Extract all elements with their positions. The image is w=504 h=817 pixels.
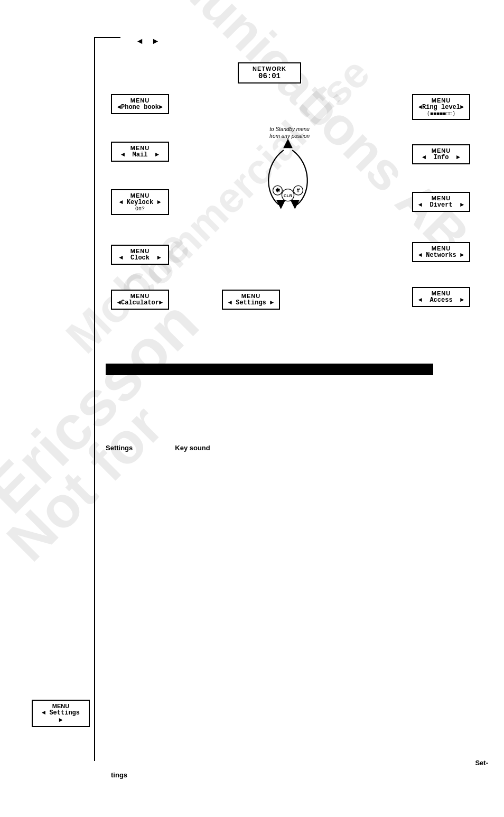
mail-label: MENU bbox=[116, 145, 164, 151]
settings-label-tings: tings bbox=[111, 771, 127, 779]
settings-row: Settings Key sound bbox=[106, 444, 504, 452]
settings-label-right: Set- bbox=[475, 759, 488, 767]
time-display: 06:01 bbox=[245, 72, 294, 80]
networks-box: MENU ◄ Networks ► bbox=[412, 242, 470, 262]
svg-marker-2 bbox=[290, 200, 300, 209]
svg-text:✱: ✱ bbox=[275, 187, 281, 193]
access-content: ◄ Access ► bbox=[417, 296, 465, 304]
divider-bar bbox=[106, 364, 433, 375]
ring-level-box: MENU ◄Ring level► (■■■■■□□) bbox=[412, 94, 470, 120]
menu-diagram: NETWORK 06:01 MENU ◄Phone book► MENU ◄ M… bbox=[106, 62, 475, 358]
settings-center-content: ◄ Settings ► bbox=[227, 299, 275, 307]
calculator-content: ◄Calculator► bbox=[116, 299, 164, 307]
phone-book-box: MENU ◄Phone book► bbox=[111, 94, 169, 114]
settings-center-label: MENU bbox=[227, 293, 275, 299]
bottom-settings-box: MENU ◄ Settings ► bbox=[32, 700, 90, 727]
ring-level-content: ◄Ring level► bbox=[417, 104, 465, 111]
calculator-box: MENU ◄Calculator► bbox=[111, 290, 169, 310]
svg-text:CLR: CLR bbox=[284, 193, 293, 198]
networks-content: ◄ Networks ► bbox=[417, 252, 465, 259]
bottom-menu-content: ◄ Settings ► bbox=[38, 709, 83, 724]
calculator-label: MENU bbox=[116, 293, 164, 299]
networks-label: MENU bbox=[417, 245, 465, 252]
access-label: MENU bbox=[417, 290, 465, 296]
mail-box: MENU ◄ Mail ► bbox=[111, 142, 169, 162]
divert-label: MENU bbox=[417, 195, 465, 201]
clock-box: MENU ◄ Clock ► bbox=[111, 245, 169, 265]
keylock-sub: On? bbox=[116, 206, 164, 212]
svg-marker-1 bbox=[276, 200, 286, 209]
divert-box: MENU ◄ Divert ► bbox=[412, 192, 470, 212]
network-display: NETWORK 06:01 bbox=[238, 62, 301, 83]
info-content: ◄ Info ► bbox=[417, 154, 465, 161]
keylock-label: MENU bbox=[116, 192, 164, 199]
phone-book-label: MENU bbox=[116, 97, 164, 104]
keylock-box: MENU ◄ Keylock ► On? bbox=[111, 189, 169, 215]
network-label: NETWORK bbox=[245, 66, 294, 72]
ring-level-sub: (■■■■■□□) bbox=[417, 111, 465, 117]
access-box: MENU ◄ Access ► bbox=[412, 287, 470, 307]
clock-content: ◄ Clock ► bbox=[116, 254, 164, 262]
info-label: MENU bbox=[417, 147, 465, 154]
settings-section: Settings Key sound bbox=[106, 407, 504, 452]
ring-level-label: MENU bbox=[417, 97, 465, 104]
mail-content: ◄ Mail ► bbox=[116, 151, 164, 159]
svg-marker-0 bbox=[283, 138, 293, 148]
keylock-content: ◄ Keylock ► bbox=[116, 199, 164, 206]
clock-label: MENU bbox=[116, 248, 164, 254]
info-box: MENU ◄ Info ► bbox=[412, 144, 470, 164]
settings-text: Settings bbox=[106, 444, 133, 452]
page-content: ◄ ► NETWORK 06:01 MENU ◄Phone book► MENU… bbox=[95, 0, 504, 452]
bottom-menu-label: MENU bbox=[38, 703, 83, 709]
phone-book-content: ◄Phone book► bbox=[116, 104, 164, 111]
divert-content: ◄ Divert ► bbox=[417, 201, 465, 209]
top-nav: ◄ ► bbox=[137, 37, 504, 47]
left-arrow[interactable]: ◄ bbox=[137, 37, 143, 47]
key-sound-text: Key sound bbox=[175, 444, 210, 452]
nav-circle: ✱ CLR # bbox=[256, 136, 320, 221]
svg-text:#: # bbox=[297, 187, 300, 193]
settings-center-box: MENU ◄ Settings ► bbox=[222, 290, 280, 310]
right-arrow[interactable]: ► bbox=[153, 37, 158, 47]
